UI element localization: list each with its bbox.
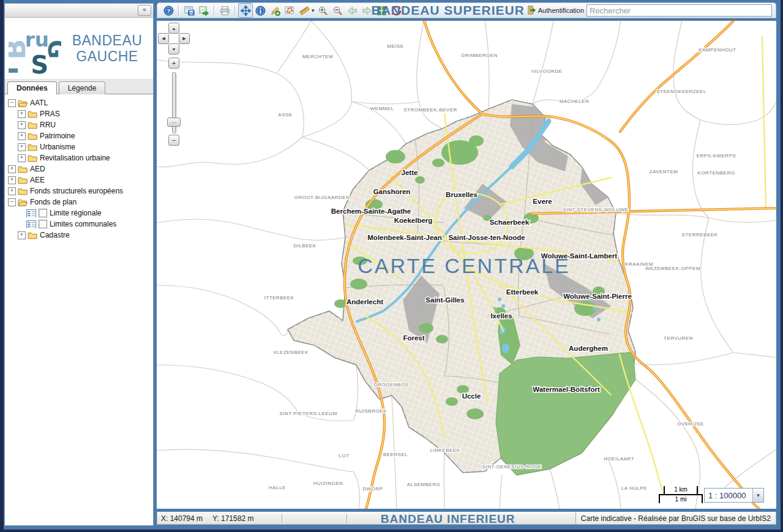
authentication-button[interactable]: Authentification — [527, 6, 584, 16]
tree-expander-plus[interactable]: + — [18, 110, 26, 118]
panel-tabs: DonnéesLégende — [5, 80, 153, 94]
layer-checkbox[interactable] — [39, 220, 47, 228]
measure-tool-button[interactable] — [297, 3, 312, 18]
tree-item-pras[interactable]: +PRAS — [6, 108, 152, 119]
measure-dropdown-caret[interactable]: ▾ — [312, 7, 315, 13]
tree-expander-plus[interactable]: + — [18, 154, 26, 162]
scale-mi: 1 mi — [659, 494, 703, 503]
tree-spacer — [18, 210, 24, 217]
map-canvas[interactable]: MEISEMERCHTEMGRIMBERGENVILVOORDEKAMPENHO… — [157, 21, 776, 509]
tree-item-fonds-de-plan[interactable]: −Fonds de plan — [6, 197, 152, 208]
tree-expander-plus[interactable]: + — [8, 176, 16, 184]
outside-label: MERCHTEM — [302, 54, 333, 59]
print-tool-button[interactable] — [217, 3, 232, 18]
folder-icon — [18, 187, 28, 195]
municipality-label: Watermael-Boitsfort — [533, 386, 600, 393]
municipality-label: Saint-Gilles — [425, 296, 464, 304]
left-panel-title: BANDEAU GAUCHE — [61, 32, 153, 65]
tree-item-label: Patrimoine — [40, 132, 75, 140]
zoom-slider-handle[interactable]: — — [167, 118, 181, 127]
map-toolbar: ?▾BANDEAU SUPERIEUR Authentification — [157, 2, 776, 18]
outside-label: ERPS-KWERPS — [697, 153, 736, 159]
pan-tool-button[interactable] — [238, 3, 253, 18]
tree-item-cadastre[interactable]: +Cadastre — [6, 230, 152, 241]
tree-item-label: PRAS — [40, 110, 60, 118]
status-separator — [282, 514, 283, 523]
municipality-label: Anderlecht — [347, 298, 383, 305]
edit-tool-button[interactable] — [282, 3, 297, 18]
municipality-label: Uccle — [462, 392, 481, 400]
zoom-in-tool-button[interactable] — [316, 3, 331, 18]
zoom-out-button[interactable]: − — [168, 135, 179, 146]
outside-label: VILVOORDE — [531, 69, 563, 74]
municipality-label: Molenbeek-Saint-Jean — [367, 234, 441, 241]
tree-item-aatl[interactable]: −AATL — [6, 97, 152, 108]
tree-expander-plus[interactable]: + — [8, 165, 16, 173]
save-tool-button[interactable] — [182, 3, 197, 18]
tree-item-revitalisation-urbaine[interactable]: +Revitalisation urbaine — [6, 152, 152, 163]
login-door-icon — [527, 6, 536, 16]
outside-label: TERVUREN — [664, 335, 693, 341]
municipality-label: Woluwe-Saint-Pierre — [563, 293, 632, 300]
tree-expander-plus[interactable]: + — [18, 121, 26, 129]
folder-icon — [28, 110, 37, 118]
layer-icon — [26, 220, 36, 228]
tree-item-limites-communales[interactable]: Limites communales — [6, 219, 152, 230]
tree-item-rru[interactable]: +RRU — [6, 119, 152, 130]
chevron-down-icon[interactable]: ▼ — [752, 489, 763, 502]
tree-expander-plus[interactable]: + — [18, 231, 26, 239]
tree-item-patrimoine[interactable]: +Patrimoine — [6, 130, 152, 141]
scale-select[interactable]: 1 : 100000 ▼ — [704, 488, 764, 503]
tab-donnees[interactable]: Données — [7, 81, 57, 94]
collapse-panel-button[interactable]: « — [138, 5, 151, 16]
tree-item-label: Fonds de plan — [30, 198, 77, 206]
zoom-out-tool-button[interactable] — [331, 3, 345, 18]
layer-checkbox[interactable] — [39, 209, 47, 217]
tree-item-label: AED — [30, 165, 45, 173]
tree-spacer — [18, 221, 24, 228]
tree-expander-minus[interactable]: − — [8, 198, 16, 206]
search-input[interactable] — [586, 4, 772, 17]
outside-label: KAMPENHOUT — [699, 47, 736, 53]
zoom-in-button[interactable]: + — [168, 58, 179, 69]
outside-label: RUISBROEK — [355, 408, 387, 414]
map-center-title: CARTE CENTRALE — [358, 254, 570, 277]
status-separator — [347, 514, 348, 523]
tree-expander-plus[interactable]: + — [18, 132, 26, 140]
outside-label: DWORP — [362, 486, 383, 492]
export-tool-button[interactable] — [197, 3, 211, 18]
tree-item-limite-re-gionale[interactable]: Limite régionale — [6, 208, 152, 219]
pan-up-button[interactable]: ▲ — [168, 23, 179, 34]
outside-label: GRIMBERGEN — [461, 53, 498, 58]
svg-text:S: S — [31, 51, 48, 75]
tree-item-label: Limite régionale — [50, 209, 102, 217]
municipality-label: Forest — [403, 334, 424, 342]
tree-item-aed[interactable]: +AED — [6, 163, 152, 174]
outside-label: GROOT-BIJGAARDEN — [294, 195, 350, 200]
map-attribution: Carte indicative - Réalisée par BruGIS s… — [575, 512, 776, 524]
prev-extent-tool-button[interactable] — [345, 3, 360, 18]
info-tool-button[interactable] — [253, 3, 268, 18]
tree-item-urbanisme[interactable]: +Urbanisme — [6, 141, 152, 152]
tab-legende[interactable]: Légende — [59, 81, 106, 94]
help-tool-button[interactable]: ? — [161, 3, 176, 18]
folder-icon — [18, 165, 28, 173]
tree-expander-plus[interactable]: + — [8, 187, 16, 195]
draw-tool-button[interactable] — [268, 3, 282, 18]
tree-item-aee[interactable]: +AEE — [6, 174, 152, 185]
tree-item-fonds-structurels-europe-ens[interactable]: +Fonds structurels européens — [6, 185, 152, 197]
folder-icon — [28, 143, 37, 151]
tree-item-label: Cadastre — [40, 231, 70, 239]
outside-label: HALLE — [269, 485, 286, 490]
tree-expander-minus[interactable]: − — [8, 99, 16, 107]
logo-area: B ru G I S BANDEAU GAUCHE — [5, 18, 153, 80]
outside-label: STEENOKKERZEEL — [656, 89, 706, 94]
outside-label: ALSEMBERG — [407, 482, 440, 487]
municipality-label: Evere — [533, 198, 552, 205]
tree-expander-plus[interactable]: + — [18, 143, 26, 151]
pan-left-button[interactable]: ◀ — [158, 33, 169, 44]
municipality-label: Saint-Josse-ten-Noode — [448, 234, 525, 241]
pan-right-button[interactable]: ▶ — [179, 33, 190, 44]
outside-label: LOT — [339, 453, 349, 459]
pan-down-button[interactable]: ▼ — [168, 43, 179, 54]
